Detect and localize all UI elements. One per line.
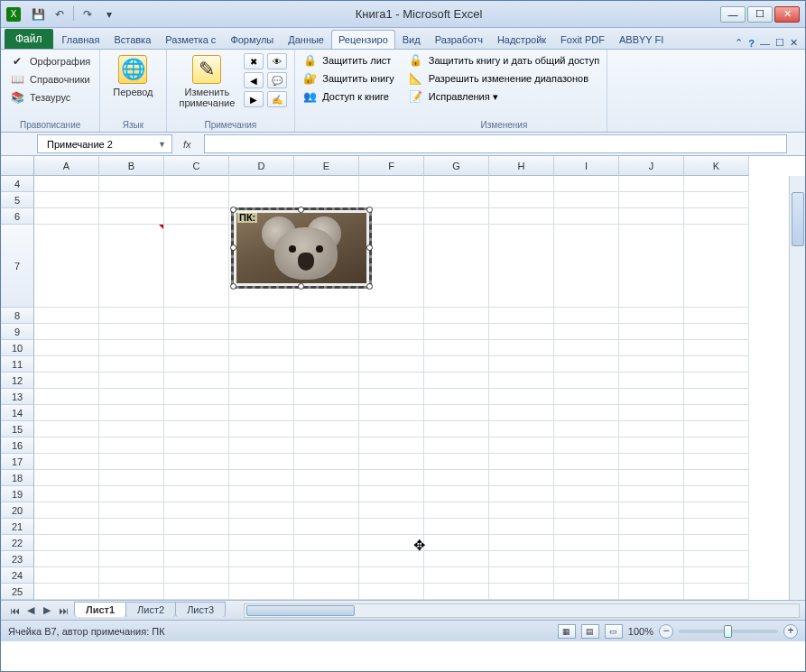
cell-A5[interactable] [34, 192, 99, 208]
col-header-B[interactable]: B [99, 156, 164, 176]
cell-B9[interactable] [99, 324, 164, 340]
row-header-20[interactable]: 20 [1, 502, 34, 519]
cell-C5[interactable] [164, 192, 229, 208]
cell-B5[interactable] [99, 192, 164, 208]
protect-left-item-2[interactable]: 👥Доступ к книге [302, 89, 394, 104]
cell-E18[interactable] [294, 470, 359, 486]
cell-D24[interactable] [229, 567, 294, 584]
cell-D20[interactable] [229, 502, 294, 519]
cell-C25[interactable] [164, 584, 229, 600]
cell-J12[interactable] [619, 373, 684, 389]
cell-G11[interactable] [424, 356, 489, 373]
row-header-21[interactable]: 21 [1, 519, 34, 535]
cell-F17[interactable] [359, 454, 424, 470]
cell-H17[interactable] [489, 454, 554, 470]
cell-I10[interactable] [554, 340, 619, 356]
cell-F18[interactable] [359, 470, 424, 486]
cell-C15[interactable] [164, 421, 229, 437]
cell-A19[interactable] [34, 486, 99, 502]
vertical-scrollbar[interactable] [789, 176, 805, 600]
qat-save[interactable]: 💾 [30, 6, 46, 23]
cell-J8[interactable] [619, 308, 684, 324]
cells-area[interactable]: ПК: ✥ [34, 176, 749, 600]
cell-G7[interactable] [424, 225, 489, 308]
cell-I4[interactable] [554, 176, 619, 192]
zoom-out-button[interactable]: − [659, 624, 673, 639]
cell-I20[interactable] [554, 502, 619, 519]
cell-H10[interactable] [489, 340, 554, 356]
row-header-8[interactable]: 8 [1, 308, 34, 324]
cell-A18[interactable] [34, 470, 99, 486]
cell-F9[interactable] [359, 324, 424, 340]
horizontal-scrollbar[interactable] [244, 603, 800, 618]
minimize-button[interactable]: — [720, 6, 746, 23]
row-header-17[interactable]: 17 [1, 454, 34, 470]
col-header-A[interactable]: A [34, 156, 99, 176]
cell-I12[interactable] [554, 373, 619, 389]
cell-B14[interactable] [99, 405, 164, 421]
cell-A16[interactable] [34, 437, 99, 454]
cell-G18[interactable] [424, 470, 489, 486]
cell-C6[interactable] [164, 208, 229, 225]
cell-D23[interactable] [229, 551, 294, 567]
cell-J19[interactable] [619, 486, 684, 502]
cell-K18[interactable] [684, 470, 749, 486]
cell-A14[interactable] [34, 405, 99, 421]
cell-C4[interactable] [164, 176, 229, 192]
comment-box[interactable]: ПК: [231, 207, 372, 289]
cell-E20[interactable] [294, 502, 359, 519]
cell-K9[interactable] [684, 324, 749, 340]
cell-D15[interactable] [229, 421, 294, 437]
cell-H12[interactable] [489, 373, 554, 389]
cell-E15[interactable] [294, 421, 359, 437]
cell-I14[interactable] [554, 405, 619, 421]
ribbon-tab-7[interactable]: Разработч [428, 30, 490, 49]
doc-restore-icon[interactable]: ☐ [775, 37, 784, 49]
delete-comment-button[interactable]: ✖ [244, 53, 264, 69]
sheet-tab-Лист1[interactable]: Лист1 [74, 602, 126, 617]
cell-I8[interactable] [554, 308, 619, 324]
row-header-6[interactable]: 6 [1, 208, 34, 225]
cell-H19[interactable] [489, 486, 554, 502]
ribbon-tab-5[interactable]: Рецензиро [331, 30, 395, 49]
cell-D25[interactable] [229, 584, 294, 600]
cell-B10[interactable] [99, 340, 164, 356]
resize-handle-n[interactable] [298, 207, 304, 213]
cell-K6[interactable] [684, 208, 749, 225]
next-comment-button[interactable]: ▶ [244, 91, 264, 107]
ribbon-caret-icon[interactable]: ⌃ [735, 37, 743, 49]
resize-handle-nw[interactable] [230, 207, 236, 213]
cell-J20[interactable] [619, 502, 684, 519]
cell-K15[interactable] [684, 421, 749, 437]
cell-H20[interactable] [489, 502, 554, 519]
cell-E13[interactable] [294, 389, 359, 405]
cell-K11[interactable] [684, 356, 749, 373]
cell-G24[interactable] [424, 567, 489, 584]
cell-B22[interactable] [99, 535, 164, 551]
formula-input[interactable] [204, 134, 787, 153]
cell-A25[interactable] [34, 584, 99, 600]
proofing-item-2[interactable]: 📚Тезаурус [8, 89, 92, 106]
cell-G6[interactable] [424, 208, 489, 225]
cell-B15[interactable] [99, 421, 164, 437]
proofing-item-0[interactable]: ✔Орфография [8, 53, 92, 69]
cell-F10[interactable] [359, 340, 424, 356]
zoom-slider[interactable] [679, 630, 778, 633]
cell-H7[interactable] [489, 225, 554, 308]
cell-G10[interactable] [424, 340, 489, 356]
cell-F24[interactable] [359, 567, 424, 584]
cell-J16[interactable] [619, 437, 684, 454]
cell-G12[interactable] [424, 373, 489, 389]
cell-F25[interactable] [359, 584, 424, 600]
cell-G16[interactable] [424, 437, 489, 454]
row-header-14[interactable]: 14 [1, 405, 34, 421]
cell-B7[interactable] [99, 225, 164, 308]
cell-J10[interactable] [619, 340, 684, 356]
cell-E9[interactable] [294, 324, 359, 340]
cell-F19[interactable] [359, 486, 424, 502]
cell-E11[interactable] [294, 356, 359, 373]
cell-A12[interactable] [34, 373, 99, 389]
cell-A21[interactable] [34, 519, 99, 535]
cell-H5[interactable] [489, 192, 554, 208]
col-header-D[interactable]: D [229, 156, 294, 176]
